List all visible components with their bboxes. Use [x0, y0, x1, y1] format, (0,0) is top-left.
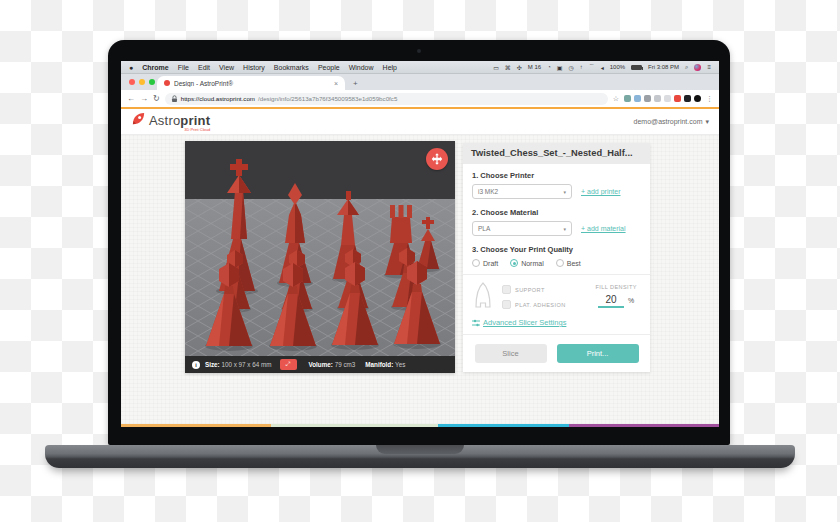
status-icon-2[interactable]: ✣ [517, 64, 522, 71]
extension-icon[interactable] [684, 95, 691, 102]
extension-icon[interactable] [624, 95, 631, 102]
quality-option-label: Best [567, 260, 581, 267]
notification-center-icon[interactable]: ≡ [707, 64, 711, 70]
chevron-down-icon: ▾ [563, 226, 566, 232]
extension-icon[interactable] [634, 95, 641, 102]
quality-option-best[interactable]: Best [556, 259, 581, 267]
tab-close-icon[interactable]: × [334, 80, 338, 87]
menubar-item-file[interactable]: File [178, 64, 189, 71]
move-icon [430, 152, 444, 166]
print-button[interactable]: Print... [557, 344, 639, 363]
menubar-item-view[interactable]: View [219, 64, 234, 71]
print-settings-panel: Twisted_Chess_Set_-_Nested_Half... 1. Ch… [463, 143, 650, 372]
stripe-purple [569, 424, 719, 427]
menubar-item-help[interactable]: Help [383, 64, 397, 71]
menubar-item-chrome[interactable]: Chrome [142, 64, 168, 71]
stripe-green [271, 424, 438, 427]
wifi-icon[interactable]: ⌒ [589, 63, 595, 72]
site-header: Astroprint 3D Print Cloud demo@astroprin… [121, 109, 719, 135]
astroprint-logo[interactable]: Astroprint 3D Print Cloud [131, 111, 210, 132]
add-material-link[interactable]: + add material [581, 225, 626, 232]
advanced-slicer-settings-link[interactable]: Advanced Slicer Settings [483, 318, 566, 327]
apple-menu-icon[interactable]: ● [129, 64, 133, 71]
status-icon-3[interactable]: M 16 [528, 64, 541, 70]
menubar-item-people[interactable]: People [318, 64, 340, 71]
material-select[interactable]: PLA ▾ [472, 221, 572, 236]
scale-badge[interactable]: ⤢ [280, 359, 297, 370]
account-menu[interactable]: demo@astroprint.com ▾ [634, 118, 709, 126]
design-title: Twisted_Chess_Set_-_Nested_Half... [463, 143, 650, 164]
menubar-clock[interactable]: Fri 3:08 PM [648, 64, 679, 70]
window-zoom-button[interactable] [149, 79, 155, 85]
tab-favicon-icon [164, 80, 170, 86]
volume-value: 79 cm3 [335, 361, 356, 368]
size-label: Size: [205, 361, 220, 368]
lock-icon [171, 95, 178, 103]
window-close-button[interactable] [129, 79, 135, 85]
new-tab-button[interactable]: + [353, 79, 358, 88]
volume-label: Volume: [309, 361, 333, 368]
extension-icon[interactable] [674, 95, 681, 102]
status-icon-4[interactable]: ◔ [547, 64, 551, 70]
status-icon-1[interactable]: ⌘ [505, 64, 511, 71]
siri-icon[interactable] [694, 64, 701, 71]
choose-material-label: 2. Choose Material [472, 208, 641, 217]
quality-option-draft[interactable]: Draft [472, 259, 498, 267]
spotlight-icon[interactable]: ⌕ [685, 64, 688, 71]
choose-printer-label: 1. Choose Printer [472, 171, 641, 180]
menubar-item-window[interactable]: Window [349, 64, 374, 71]
printer-select[interactable]: i3 MK2 ▾ [472, 184, 572, 199]
quality-label: 3. Choose Your Print Quality [472, 245, 641, 254]
webcam-dot [417, 49, 421, 53]
radio-icon [556, 259, 564, 267]
account-email: demo@astroprint.com [634, 118, 703, 125]
browser-toolbar: ← → ↻ https://cloud.astroprint.com/desig… [121, 90, 719, 107]
chevron-down-icon: ▾ [563, 189, 566, 195]
status-icon-5[interactable]: ▣ [557, 64, 563, 71]
status-icon-7[interactable]: ↑ [580, 64, 583, 70]
browser-menu-icon[interactable]: ⋮ [706, 95, 713, 103]
window-minimize-button[interactable] [139, 79, 145, 85]
volume-icon[interactable]: ◂ [601, 64, 604, 71]
page-content: i Size: 100 x 97 x 64 mm ⤢ Volume: 79 cm… [121, 135, 719, 424]
address-bar[interactable]: https://cloud.astroprint.com/design/info… [165, 93, 608, 105]
support-option[interactable]: SUPPORT [502, 285, 566, 294]
viewer-move-button[interactable] [426, 148, 448, 170]
divider [463, 274, 650, 275]
extension-icon[interactable] [654, 95, 661, 102]
brand-wordmark: Astroprint [149, 113, 210, 128]
quality-option-normal[interactable]: Normal [510, 259, 544, 267]
radio-selected-icon [510, 259, 518, 267]
menubar-item-bookmarks[interactable]: Bookmarks [274, 64, 309, 71]
browser-tab[interactable]: Design - AstroPrint® × [157, 76, 345, 90]
menubar-item-edit[interactable]: Edit [198, 64, 210, 71]
rocket-logo-icon [131, 111, 146, 126]
add-printer-link[interactable]: + add printer [581, 188, 621, 195]
extension-icon[interactable] [694, 95, 701, 102]
adhesion-option[interactable]: PLAT. ADHESION [502, 300, 566, 309]
sliders-icon [472, 319, 480, 327]
manifold-value: Yes [395, 361, 405, 368]
reload-button[interactable]: ↻ [153, 94, 160, 103]
fill-density-input[interactable]: 20 [598, 294, 624, 308]
menubar-item-history[interactable]: History [243, 64, 265, 71]
extension-icon[interactable] [644, 95, 651, 102]
model-viewer[interactable]: i Size: 100 x 97 x 64 mm ⤢ Volume: 79 cm… [185, 141, 455, 373]
status-icon-0[interactable]: ▭ [493, 64, 499, 71]
back-button[interactable]: ← [127, 94, 135, 103]
status-icon-6[interactable]: ◷ [568, 64, 573, 71]
info-icon[interactable]: i [192, 361, 200, 369]
size-value: 100 x 97 x 64 mm [221, 361, 271, 368]
extension-icon[interactable] [664, 95, 671, 102]
material-selected-value: PLA [478, 225, 490, 232]
forward-button[interactable]: → [140, 94, 148, 103]
bookmark-star-icon[interactable]: ☆ [613, 95, 619, 103]
mac-menubar: ● Chrome File Edit View History Bookmark… [121, 61, 719, 74]
footer-color-stripe [121, 424, 719, 427]
laptop-notch [376, 445, 464, 454]
divider [463, 334, 650, 335]
url-host: https://cloud.astroprint.com [181, 95, 255, 102]
slice-button[interactable]: Slice [475, 344, 547, 363]
url-path: /design/info/25613a7b76f345009583e1d059b… [258, 95, 397, 102]
quality-option-label: Normal [521, 260, 544, 267]
